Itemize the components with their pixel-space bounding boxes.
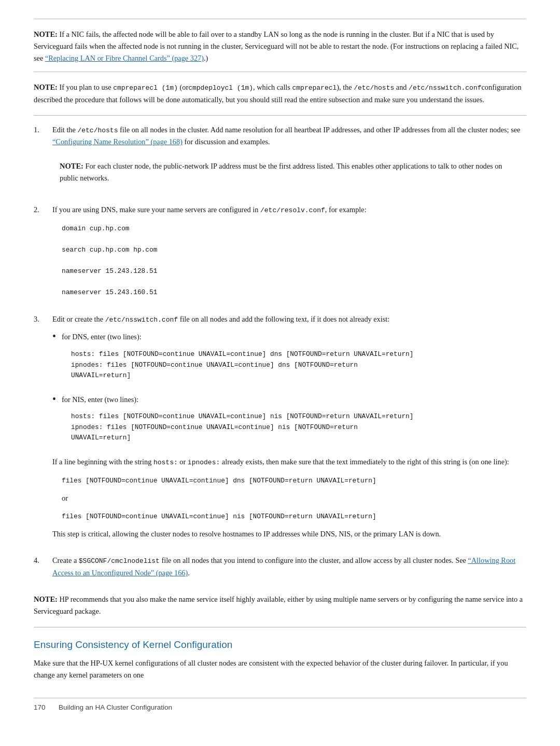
bullet-item-nis: • for NIS, enter (two lines): hosts: fil… — [52, 394, 526, 450]
note-block-1: NOTE: If a NIC fails, the affected node … — [34, 29, 526, 72]
footer-title: Building an HA Cluster Configuration — [59, 702, 172, 713]
note-block-2: NOTE: If you plan to use cmpreparecl (1m… — [34, 81, 526, 106]
top-divider — [34, 19, 526, 19]
bullet-list-3: • for DNS, enter (two lines): hosts: fil… — [52, 331, 526, 450]
list-3-after-bullets: If a line beginning with the string host… — [52, 456, 526, 468]
list-1-note-label: NOTE: — [60, 162, 83, 170]
list-3-code: /etc/nsswitch.conf — [105, 316, 178, 324]
list-2-codeblock: domain cup.hp.com search cup.hp.com hp.c… — [52, 222, 526, 300]
note-1-link[interactable]: “Replacing LAN or Fibre Channel Cards” (… — [45, 54, 204, 62]
bullet-item-dns: • for DNS, enter (two lines): hosts: fil… — [52, 331, 526, 387]
nis-codeblock: hosts: files [NOTFOUND=continue UNAVAIL=… — [62, 409, 526, 445]
bullet-dot-nis: • — [52, 393, 62, 405]
list-content-4: Create a $SGCONF/cmclnodelist file on al… — [52, 555, 526, 584]
list-num-3: 3. — [34, 313, 52, 325]
list-item-4: 4. Create a $SGCONF/cmclnodelist file on… — [34, 555, 526, 584]
list-1-para: Edit the /etc/hosts file on all nodes in… — [52, 124, 526, 148]
list-1-code: /etc/hosts — [77, 127, 118, 134]
section-heading: Ensuring Consistency of Kernel Configura… — [34, 627, 526, 652]
list-4-para: Create a $SGCONF/cmclnodelist file on al… — [52, 555, 526, 579]
list-content-3: Edit or create the /etc/nsswitch.conf fi… — [52, 313, 526, 545]
list-1-note: NOTE: For each cluster node, the public-… — [52, 155, 526, 195]
note-2-code3: cmpreparecl — [292, 84, 337, 92]
or-text: or — [62, 492, 526, 504]
footer: 170 Building an HA Cluster Configuration — [34, 698, 526, 713]
list-3-code-hosts: hosts: — [153, 459, 178, 466]
list-3-final: This step is critical, allowing the clus… — [52, 528, 526, 540]
bottom-note-text: NOTE: HP recommends that you also make t… — [34, 593, 526, 617]
footer-page-num: 170 — [34, 702, 52, 713]
list-num-1: 1. — [34, 124, 52, 135]
bullet-dot-dns: • — [52, 330, 62, 342]
note-2-code2: cmpdeploycl (1m) — [188, 84, 253, 92]
list-item-2: 2. If you are using DNS, make sure your … — [34, 204, 526, 304]
list-item-3: 3. Edit or create the /etc/nsswitch.conf… — [34, 313, 526, 545]
note-1-text: NOTE: If a NIC fails, the affected node … — [34, 29, 526, 64]
note-2-text: NOTE: If you plan to use cmpreparecl (1m… — [34, 81, 526, 106]
note-2-code4: /etc/hosts — [354, 84, 394, 92]
list-num-4: 4. — [34, 555, 52, 566]
bullet-content-nis: for NIS, enter (two lines): hosts: files… — [62, 394, 526, 450]
note-1-label: NOTE: — [34, 30, 58, 38]
dns-codeblock: hosts: files [NOTFOUND=continue UNAVAIL=… — [62, 347, 526, 383]
list-4-code: $SGCONF/cmclnodelist — [79, 557, 160, 565]
list-num-2: 2. — [34, 204, 52, 215]
page: NOTE: If a NIC fails, the affected node … — [0, 0, 560, 732]
list-item-1: 1. Edit the /etc/hosts file on all nodes… — [34, 124, 526, 195]
bottom-note-label: NOTE: — [34, 595, 58, 603]
list-3-nis-code: files [NOTFOUND=continue UNAVAIL=continu… — [52, 509, 526, 524]
list-3-dns-code: files [NOTFOUND=continue UNAVAIL=continu… — [52, 474, 526, 488]
bottom-note: NOTE: HP recommends that you also make t… — [34, 593, 526, 617]
divider-2 — [34, 115, 526, 116]
list-content-2: If you are using DNS, make sure your nam… — [52, 204, 526, 304]
note-2-label: NOTE: — [34, 83, 58, 91]
list-content-1: Edit the /etc/hosts file on all nodes in… — [52, 124, 526, 195]
list-2-para: If you are using DNS, make sure your nam… — [52, 204, 526, 216]
bullet-content-dns: for DNS, enter (two lines): hosts: files… — [62, 331, 526, 387]
note-1-body: If a NIC fails, the affected node will b… — [34, 30, 519, 62]
note-2-code5: /etc/nsswitch.conf — [409, 84, 481, 92]
list-3-para: Edit or create the /etc/nsswitch.conf fi… — [52, 313, 526, 326]
note-2-code1: cmpreparecl (1m) — [113, 84, 178, 92]
list-3-code-ipnodes: ipnodes: — [188, 459, 220, 466]
list-2-code: /etc/resolv.conf — [260, 206, 325, 214]
main-list: 1. Edit the /etc/hosts file on all nodes… — [34, 124, 526, 584]
section-body: Make sure that the HP-UX kernel configur… — [34, 657, 526, 681]
list-1-link[interactable]: “Configuring Name Resolution” (page 168) — [52, 137, 183, 146]
